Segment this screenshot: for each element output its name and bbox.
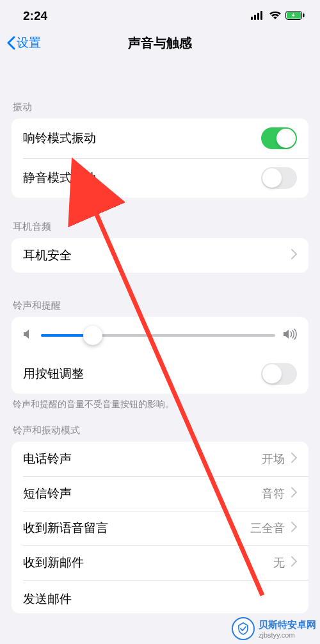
switch-silent-vibrate[interactable] (261, 167, 297, 189)
row-ringtone[interactable]: 电话铃声 开场 (12, 442, 308, 476)
cellular-icon (251, 9, 265, 23)
chevron-right-icon (291, 453, 297, 466)
volume-slider[interactable] (41, 334, 275, 337)
watermark: 贝斯特安卓网 zjbstyy.com (232, 617, 316, 640)
section-header-ringer: 铃声和提醒 (0, 273, 320, 317)
page-title: 声音与触感 (128, 35, 192, 52)
volume-low-icon (23, 328, 33, 342)
row-value: 开场 (262, 451, 285, 467)
row-label: 发送邮件 (23, 591, 72, 608)
volume-high-icon (283, 328, 297, 342)
status-bar: 2:24 (0, 0, 320, 27)
row-voicemail[interactable]: 收到新语音留言 三全音 (12, 511, 308, 545)
row-label: 耳机安全 (23, 247, 72, 264)
switch-change-with-buttons[interactable] (261, 363, 297, 385)
watermark-name: 贝斯特安卓网 (259, 619, 316, 631)
chevron-left-icon (6, 36, 15, 50)
row-value: 三全音 (250, 520, 285, 536)
group-vibration: 响铃模式振动 静音模式振动 (12, 118, 308, 198)
watermark-url: zjbstyy.com (259, 631, 316, 639)
group-patterns: 电话铃声 开场 短信铃声 音符 收到新语音留言 三全音 收到新邮件 无 发送邮件 (12, 442, 308, 613)
chevron-right-icon (291, 248, 297, 262)
svg-rect-3 (260, 11, 262, 20)
wifi-icon (269, 9, 282, 23)
chevron-right-icon (291, 487, 297, 501)
svg-rect-0 (251, 17, 253, 20)
row-label: 用按钮调整 (23, 366, 84, 382)
row-silent-vibrate[interactable]: 静音模式振动 (12, 158, 308, 198)
section-header-patterns: 铃声和振动模式 (0, 410, 320, 442)
row-label: 响铃模式振动 (23, 130, 96, 147)
row-ring-vibrate[interactable]: 响铃模式振动 (12, 118, 308, 158)
status-right (251, 9, 305, 23)
row-sent-mail[interactable]: 发送邮件 (12, 580, 308, 613)
row-headphone-safety[interactable]: 耳机安全 (12, 238, 308, 273)
row-volume-slider[interactable] (12, 317, 308, 354)
row-label: 短信铃声 (23, 485, 72, 502)
row-label: 电话铃声 (23, 451, 72, 467)
row-change-with-buttons[interactable]: 用按钮调整 (12, 354, 308, 394)
section-footer-ringer: 铃声和提醒的音量不受音量按钮的影响。 (0, 394, 320, 410)
back-label: 设置 (17, 35, 41, 51)
chevron-right-icon (291, 556, 297, 570)
row-label: 静音模式振动 (23, 170, 96, 186)
group-headphone: 耳机安全 (12, 238, 308, 273)
battery-icon (285, 9, 305, 23)
watermark-badge-icon (232, 617, 255, 640)
switch-ring-vibrate[interactable] (261, 127, 297, 149)
row-value: 音符 (262, 486, 285, 501)
svg-rect-2 (257, 13, 259, 20)
svg-rect-1 (254, 15, 256, 20)
row-new-mail[interactable]: 收到新邮件 无 (12, 545, 308, 580)
svg-rect-6 (303, 13, 305, 17)
row-value: 无 (273, 555, 285, 570)
row-label: 收到新语音留言 (23, 520, 108, 536)
chevron-right-icon (291, 522, 297, 535)
row-text-tone[interactable]: 短信铃声 音符 (12, 476, 308, 511)
nav-bar: 设置 声音与触感 (0, 27, 320, 59)
clock: 2:24 (23, 9, 47, 23)
back-button[interactable]: 设置 (6, 35, 41, 51)
section-header-vibration: 振动 (0, 86, 320, 118)
section-header-headphone: 耳机音频 (0, 198, 320, 238)
group-ringer: 用按钮调整 (12, 317, 308, 394)
row-label: 收到新邮件 (23, 554, 84, 571)
